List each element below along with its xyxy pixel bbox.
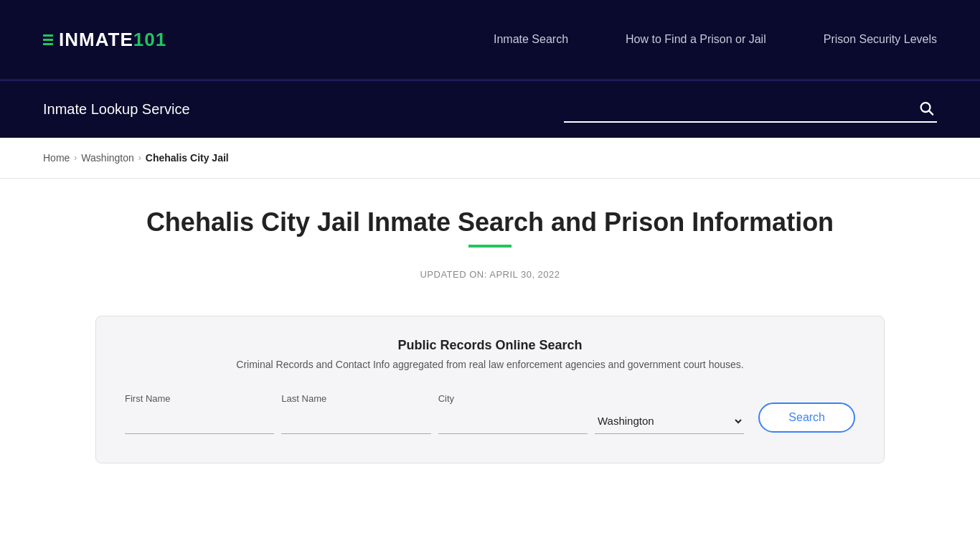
last-name-input[interactable] [281, 410, 430, 434]
breadcrumb-chevron-1: › [74, 153, 77, 163]
city-field: City [438, 393, 588, 434]
search-input-wrap [564, 97, 937, 123]
last-name-field: Last Name [281, 393, 430, 434]
search-bar-section: Inmate Lookup Service [0, 80, 980, 138]
first-name-field: First Name [125, 393, 274, 434]
state-select[interactable]: AlabamaAlaskaArizonaArkansasCaliforniaCo… [595, 408, 744, 434]
nav-security-levels[interactable]: Prison Security Levels [824, 33, 937, 45]
breadcrumb-home[interactable]: Home [43, 152, 70, 164]
site-logo[interactable]: INMATE101 [43, 29, 166, 51]
city-label: City [438, 393, 588, 404]
first-name-label: First Name [125, 393, 274, 404]
last-name-label: Last Name [281, 393, 430, 404]
records-search-form: First Name Last Name City AlabamaAlaskaA… [125, 392, 855, 434]
city-input[interactable] [438, 410, 588, 434]
breadcrumb-state[interactable]: Washington [81, 152, 133, 164]
logo-text: INMATE101 [59, 29, 166, 51]
records-search-button[interactable]: Search [758, 402, 855, 433]
nav-inmate-search[interactable]: Inmate Search [494, 33, 568, 45]
title-underline [468, 245, 512, 248]
records-search-box: Public Records Online Search Criminal Re… [95, 316, 885, 463]
updated-text: UPDATED ON: APRIL 30, 2022 [43, 269, 937, 280]
records-search-title: Public Records Online Search [125, 338, 855, 353]
logo-icon [43, 34, 53, 45]
nav-links: Inmate Search How to Find a Prison or Ja… [494, 33, 937, 46]
search-bar-label: Inmate Lookup Service [43, 101, 190, 118]
nav-how-to-find[interactable]: How to Find a Prison or Jail [626, 33, 766, 45]
main-content: Chehalis City Jail Inmate Search and Pri… [0, 179, 980, 492]
svg-line-1 [929, 110, 933, 114]
breadcrumb-current-page: Chehalis City Jail [146, 152, 229, 164]
page-title: Chehalis City Jail Inmate Search and Pri… [43, 207, 937, 237]
top-navigation: INMATE101 Inmate Search How to Find a Pr… [0, 0, 980, 80]
state-field: AlabamaAlaskaArizonaArkansasCaliforniaCo… [595, 392, 744, 434]
records-search-subtitle: Criminal Records and Contact Info aggreg… [125, 359, 855, 370]
breadcrumb-chevron-2: › [138, 153, 141, 163]
search-input[interactable] [564, 97, 937, 123]
breadcrumb: Home › Washington › Chehalis City Jail [0, 138, 980, 179]
search-submit-button[interactable] [915, 97, 937, 122]
first-name-input[interactable] [125, 410, 274, 434]
search-icon [918, 100, 934, 116]
